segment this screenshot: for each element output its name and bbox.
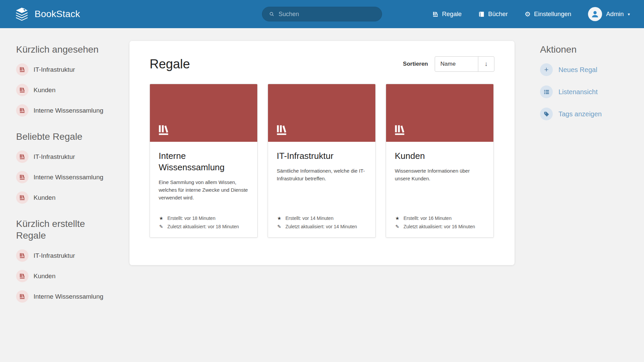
shelf-card-title: Kunden: [395, 150, 485, 162]
shelf-card-description: Sämtliche Informationen, welche die IT-I…: [277, 167, 367, 183]
bookshelf-icon: [432, 11, 439, 17]
sidebar-item-label: Kunden: [34, 194, 56, 201]
created-text: Erstellt: vor 18 Minuten: [167, 216, 215, 221]
sidebar-item-shelf[interactable]: Kunden: [16, 191, 116, 204]
tag-icon: [543, 111, 550, 117]
star-icon: ★: [395, 216, 400, 221]
show-tags-button[interactable]: Tags anzeigen: [540, 108, 644, 120]
sidebar-item-shelf[interactable]: IT-Infrastruktur: [16, 150, 116, 163]
action-label: Neues Regal: [558, 66, 597, 74]
updated-text: Zuletzt aktualisiert: vor 16 Minuten: [404, 224, 475, 229]
bookshelf-icon: [19, 293, 25, 300]
sidebar-item-label: Kunden: [34, 273, 56, 280]
user-name: Admin: [606, 10, 624, 18]
sidebar-item-label: Kunden: [34, 86, 56, 94]
sidebar-item-shelf[interactable]: IT-Infrastruktur: [16, 63, 116, 76]
list-badge: [540, 85, 553, 98]
star-icon: ★: [159, 216, 164, 221]
meta-updated: ✎ Zuletzt aktualisiert: vor 14 Minuten: [277, 224, 367, 229]
sidebar-item-shelf[interactable]: IT-Infrastruktur: [16, 249, 116, 262]
bookshelf-icon: [19, 154, 25, 160]
pencil-icon: ✎: [159, 224, 164, 229]
bookshelf-icon: [19, 252, 25, 259]
right-sidebar: Aktionen + Neues Regal Listenansicht: [515, 28, 644, 120]
sidebar-item-shelf[interactable]: Interne Wissenssamlung: [16, 104, 116, 117]
section-heading: Kürzlich angesehen: [16, 44, 116, 55]
created-text: Erstellt: vor 14 Minuten: [285, 216, 333, 221]
sort-value-dropdown[interactable]: Name: [435, 57, 478, 71]
search-icon: [269, 11, 274, 17]
shelf-card-body: IT-Infrastruktur Sämtliche Informationen…: [268, 142, 375, 237]
book-icon: [478, 11, 485, 17]
action-label: Tags anzeigen: [558, 110, 602, 118]
bookshelf-icon: [19, 174, 25, 180]
sort-direction-button[interactable]: ↓: [478, 57, 494, 71]
created-text: Erstellt: vor 16 Minuten: [404, 216, 451, 221]
section-recently-created-shelves: Kürzlich erstellte Regale IT-Infrastrukt…: [16, 218, 116, 303]
header-nav: Regale Bücher ⚙ Einstellungen Admin ▾: [432, 7, 630, 21]
pencil-icon: ✎: [395, 224, 400, 229]
main-panel: Regale Sortieren Name ↓ Interne Wissenss…: [129, 41, 515, 265]
shelf-card-meta: ★ Erstellt: vor 18 Minuten ✎ Zuletzt akt…: [159, 216, 249, 229]
sort-control: Name ↓: [435, 56, 494, 72]
avatar: [588, 7, 602, 21]
sidebar-item-shelf[interactable]: Kunden: [16, 270, 116, 282]
shelf-card-kunden[interactable]: Kunden Wissenswerte Informationen über u…: [386, 84, 494, 238]
sort-group: Sortieren Name ↓: [403, 56, 494, 72]
app-header: BookStack Regale Bücher ⚙ Einstellungen: [0, 0, 644, 28]
bookshelf-icon: [19, 66, 25, 73]
sidebar-item-label: IT-Infrastruktur: [34, 252, 75, 259]
search-input[interactable]: [278, 11, 375, 18]
shelf-card-it-infrastruktur[interactable]: IT-Infrastruktur Sämtliche Informationen…: [268, 84, 376, 238]
updated-text: Zuletzt aktualisiert: vor 18 Minuten: [167, 224, 239, 229]
shelf-card-interne-wissenssamlung[interactable]: Interne Wissenssamlung Eine Sammlung von…: [150, 84, 258, 238]
sidebar-item-label: IT-Infrastruktur: [34, 153, 75, 161]
app-title: BookStack: [35, 9, 80, 19]
meta-created: ★ Erstellt: vor 16 Minuten: [395, 216, 485, 221]
shelf-card-cover: [150, 84, 257, 142]
shelf-card-description: Wissenswerte Informationen über unsere K…: [395, 167, 485, 183]
shelf-card-cover: [268, 84, 375, 142]
bookshelf-icon: [19, 273, 25, 279]
shelf-card-body: Interne Wissenssamlung Eine Sammlung von…: [150, 142, 257, 237]
section-recently-viewed: Kürzlich angesehen IT-Infrastruktur Kund…: [16, 44, 116, 117]
sidebar-item-shelf[interactable]: Interne Wissenssamlung: [16, 171, 116, 183]
sidebar-item-label: Interne Wissenssamlung: [34, 107, 103, 114]
search-bar[interactable]: [262, 7, 382, 21]
list-icon: [543, 89, 550, 95]
shelf-badge: [16, 290, 29, 303]
shelf-grid: Interne Wissenssamlung Eine Sammlung von…: [150, 84, 494, 238]
app-logo[interactable]: BookStack: [14, 6, 80, 22]
sort-label: Sortieren: [403, 61, 428, 67]
nav-settings-label: Einstellungen: [534, 10, 571, 18]
gear-icon: ⚙: [525, 11, 531, 17]
meta-updated: ✎ Zuletzt aktualisiert: vor 18 Minuten: [159, 224, 249, 229]
nav-shelves[interactable]: Regale: [432, 10, 462, 18]
actions-heading: Aktionen: [540, 44, 644, 55]
nav-settings[interactable]: ⚙ Einstellungen: [525, 10, 571, 18]
bookshelf-icon: [19, 87, 25, 93]
panel-header: Regale Sortieren Name ↓: [150, 56, 494, 72]
bookshelf-icon: [19, 194, 25, 201]
sidebar-item-shelf[interactable]: Kunden: [16, 84, 116, 96]
shelf-card-body: Kunden Wissenswerte Informationen über u…: [386, 142, 493, 237]
list-view-button[interactable]: Listenansicht: [540, 85, 644, 98]
pencil-icon: ✎: [277, 224, 282, 229]
meta-updated: ✎ Zuletzt aktualisiert: vor 16 Minuten: [395, 224, 485, 229]
left-sidebar: Kürzlich angesehen IT-Infrastruktur Kund…: [0, 28, 129, 317]
shelf-card-title: IT-Infrastruktur: [277, 150, 367, 162]
star-icon: ★: [277, 216, 282, 221]
shelf-badge: [16, 249, 29, 262]
sidebar-item-shelf[interactable]: Interne Wissenssamlung: [16, 290, 116, 303]
shelf-badge: [16, 150, 29, 163]
user-avatar-icon: [591, 10, 599, 18]
nav-books[interactable]: Bücher: [478, 10, 508, 18]
new-shelf-button[interactable]: + Neues Regal: [540, 63, 644, 76]
page-title: Regale: [150, 57, 190, 71]
action-label: Listenansicht: [558, 88, 598, 96]
section-heading: Beliebte Regale: [16, 131, 116, 142]
plus-icon: +: [544, 66, 549, 73]
chevron-down-icon: ▾: [628, 12, 630, 17]
actions-list: + Neues Regal Listenansicht: [540, 63, 644, 120]
user-menu[interactable]: Admin ▾: [588, 7, 630, 21]
